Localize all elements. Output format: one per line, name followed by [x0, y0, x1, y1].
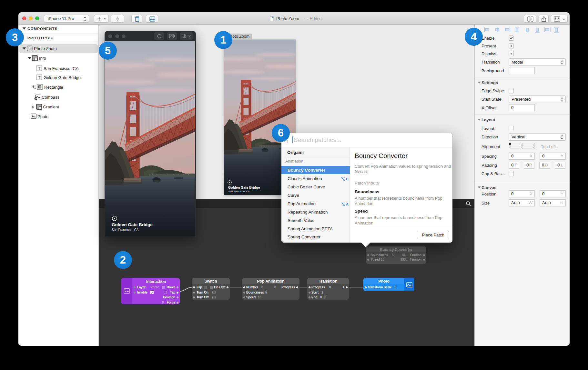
svg-text:C: C	[346, 177, 349, 181]
svg-text:A: A	[346, 202, 349, 206]
